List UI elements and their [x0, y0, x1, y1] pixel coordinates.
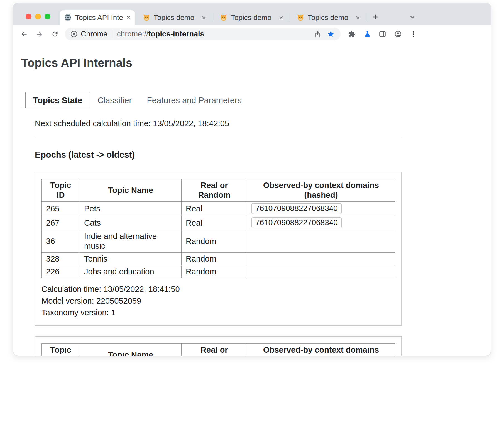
- topic-id-cell: 328: [42, 253, 80, 265]
- real-or-random-cell: Random: [182, 230, 247, 253]
- table-row: 226 Jobs and education Random: [42, 265, 395, 278]
- chrome-chip-label: Chrome: [81, 30, 107, 38]
- table-header-row: Topic ID Topic Name Real or Random Obser…: [42, 179, 395, 202]
- topic-id-cell: 267: [42, 216, 80, 230]
- tab-classifier[interactable]: Classifier: [90, 92, 139, 108]
- epoch-meta: Calculation time: 13/05/2022, 18:41:50 M…: [41, 283, 395, 318]
- back-icon: [20, 30, 28, 38]
- domain-hash-chip: 7610709088227068340: [251, 217, 342, 228]
- window-controls: [26, 14, 50, 19]
- tab-close-icon[interactable]: [277, 13, 285, 22]
- browser-tab-topics-internals[interactable]: Topics API Internals: [60, 10, 135, 25]
- reload-button[interactable]: [49, 28, 61, 40]
- extensions-button[interactable]: [346, 28, 358, 40]
- extensions-puzzle-icon: [348, 30, 356, 38]
- new-tab-button[interactable]: [370, 11, 381, 23]
- side-panel-button[interactable]: [376, 28, 388, 40]
- page-title: Topics API Internals: [21, 56, 491, 70]
- col-header-observed-domains: Observed-by context domains (hashed): [247, 344, 395, 356]
- col-header-real-or-random: Real or Random: [182, 179, 247, 202]
- site-globe-icon: [64, 14, 72, 21]
- url-scheme: chrome://: [117, 30, 148, 38]
- topic-id-cell: 226: [42, 265, 80, 278]
- col-header-topic-id: Topic ID: [42, 344, 80, 356]
- domains-cell: 7610709088227068340: [247, 216, 395, 230]
- chrome-logo-icon: [70, 31, 77, 38]
- back-button[interactable]: [18, 28, 30, 40]
- model-version: Model version: 2205052059: [41, 295, 395, 307]
- topic-id-cell: 36: [42, 230, 80, 253]
- browser-tab-topics-demo-3[interactable]: Topics demo: [293, 10, 364, 25]
- real-or-random-cell: Random: [182, 253, 247, 265]
- omnibox-separator: [112, 30, 112, 38]
- domain-hash-chip: 7610709088227068340: [251, 203, 342, 214]
- epoch-table: Topic ID Topic Name Real or Random Obser…: [41, 343, 395, 356]
- zoom-window-button[interactable]: [45, 14, 50, 19]
- epoch-table: Topic ID Topic Name Real or Random Obser…: [41, 179, 395, 278]
- calculation-time: Calculation time: 13/05/2022, 18:41:50: [41, 283, 395, 295]
- table-header-row: Topic ID Topic Name Real or Random Obser…: [42, 344, 395, 356]
- col-header-topic-name: Topic Name: [80, 179, 182, 202]
- cat-icon: [220, 14, 227, 21]
- topic-name-cell: Jobs and education: [80, 265, 182, 278]
- epoch-card-1: Topic ID Topic Name Real or Random Obser…: [35, 172, 402, 326]
- page-content: Topics API Internals Topics State Classi…: [13, 56, 491, 356]
- bookmark-star-icon: [327, 30, 334, 38]
- table-row: 265 Pets Real 7610709088227068340: [42, 202, 395, 216]
- table-row: 36 Indie and alternative music Random: [42, 230, 395, 253]
- browser-tab-topics-demo-2[interactable]: Topics demo: [216, 10, 287, 25]
- epochs-heading: Epochs (latest -> oldest): [35, 150, 402, 160]
- tab-title: Topics demo: [154, 13, 198, 22]
- tab-topics-state[interactable]: Topics State: [25, 92, 90, 108]
- tab-search-button[interactable]: [407, 11, 418, 23]
- next-calculation-time: Next scheduled calculation time: 13/05/2…: [35, 119, 402, 128]
- chrome-labs-button[interactable]: [361, 28, 373, 40]
- cat-icon: [297, 14, 304, 21]
- address-bar[interactable]: Chrome chrome://topics-internals: [65, 28, 341, 40]
- plus-icon: [372, 13, 380, 21]
- real-or-random-cell: Random: [182, 265, 247, 278]
- profile-button[interactable]: [392, 28, 404, 40]
- cat-icon: [143, 14, 150, 21]
- url-host: topics-internals: [148, 30, 204, 38]
- minimize-window-button[interactable]: [35, 14, 41, 19]
- forward-icon: [36, 30, 43, 38]
- page-tab-bar: Topics State Classifier Features and Par…: [22, 92, 491, 108]
- tab-separator: [289, 13, 289, 21]
- table-row: 328 Tennis Random: [42, 253, 395, 265]
- taxonomy-version: Taxonomy version: 1: [41, 307, 395, 318]
- tab-title: Topics demo: [308, 13, 352, 22]
- col-header-topic-id: Topic ID: [42, 179, 80, 202]
- share-button[interactable]: [313, 29, 322, 39]
- labs-flask-icon: [364, 30, 371, 38]
- browser-tab-topics-demo-1[interactable]: Topics demo: [139, 10, 210, 25]
- topic-name-cell: Cats: [80, 216, 182, 230]
- browser-window: Topics API Internals Topics demo Topics …: [13, 3, 491, 356]
- table-row: 267 Cats Real 7610709088227068340: [42, 216, 395, 230]
- epoch-card-2: Topic ID Topic Name Real or Random Obser…: [35, 336, 402, 356]
- topics-state-panel: Next scheduled calculation time: 13/05/2…: [35, 119, 402, 356]
- tab-separator: [366, 13, 366, 21]
- profile-avatar-icon: [394, 30, 402, 38]
- bookmark-star-button[interactable]: [326, 29, 336, 39]
- topic-name-cell: Pets: [80, 202, 182, 216]
- tab-close-icon[interactable]: [354, 13, 362, 22]
- real-or-random-cell: Real: [182, 216, 247, 230]
- tab-title: Topics demo: [231, 13, 275, 22]
- tab-separator: [212, 13, 212, 21]
- side-panel-icon: [379, 30, 386, 38]
- forward-button[interactable]: [33, 28, 45, 40]
- topic-id-cell: 265: [42, 202, 80, 216]
- tab-features-and-parameters[interactable]: Features and Parameters: [140, 92, 249, 108]
- divider: [35, 138, 402, 138]
- domains-cell: 7610709088227068340: [247, 202, 395, 216]
- browser-menu-button[interactable]: [407, 28, 419, 40]
- domains-cell: [247, 253, 395, 265]
- share-icon: [314, 31, 321, 38]
- domains-cell: [247, 230, 395, 253]
- tab-strip: Topics API Internals Topics demo Topics …: [13, 3, 491, 25]
- tab-close-icon[interactable]: [124, 13, 133, 22]
- tab-close-icon[interactable]: [200, 13, 208, 22]
- close-window-button[interactable]: [26, 14, 31, 19]
- browser-toolbar: Chrome chrome://topics-internals: [13, 25, 491, 43]
